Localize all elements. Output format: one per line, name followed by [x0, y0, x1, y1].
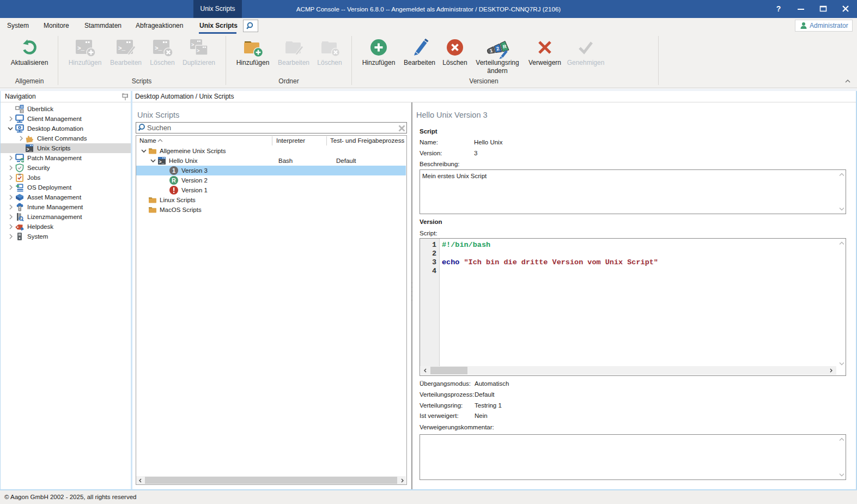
- svg-text:1: 1: [172, 167, 175, 174]
- svg-text:>: >: [197, 48, 199, 54]
- svg-text:>_: >_: [27, 147, 33, 153]
- svg-text:>_: >_: [159, 160, 165, 165]
- svg-text:>_: >_: [155, 45, 162, 52]
- svg-text:?: ?: [776, 4, 781, 13]
- svg-text:>_: >_: [118, 45, 126, 52]
- svg-text:R: R: [172, 177, 176, 184]
- svg-text:>_: >_: [77, 45, 85, 52]
- svg-text:>: >: [191, 42, 194, 48]
